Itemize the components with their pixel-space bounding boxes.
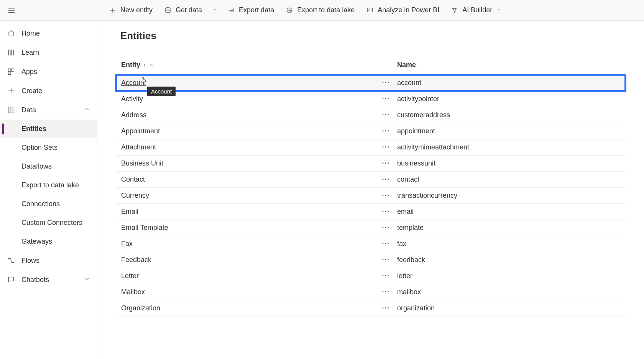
sidebar-item-gateways[interactable]: Gateways xyxy=(0,232,97,251)
row-more-button[interactable]: ··· xyxy=(376,143,396,151)
sidebar-item-create[interactable]: Create xyxy=(0,81,97,100)
sidebar-item-export-data-lake[interactable]: Export to data lake xyxy=(0,176,97,195)
sidebar-item-connections[interactable]: Connections xyxy=(0,195,97,213)
chevron-down-icon xyxy=(496,6,501,14)
sidebar-item-home[interactable]: Home xyxy=(0,24,97,43)
entity-link[interactable]: Email Template xyxy=(121,224,168,232)
table-row[interactable]: Feedback···feedback xyxy=(116,252,626,268)
get-data-dropdown[interactable] xyxy=(208,4,221,16)
row-more-button[interactable]: ··· xyxy=(376,288,396,296)
entity-link[interactable]: Address xyxy=(121,111,146,119)
entity-link[interactable]: Letter xyxy=(121,272,139,280)
entity-name-cell: activitymimeattachment xyxy=(396,143,626,151)
table-row[interactable]: Fax···fax xyxy=(116,236,626,252)
table-row[interactable]: Organization···organization xyxy=(116,300,626,316)
sidebar-item-flows[interactable]: Flows xyxy=(0,251,97,270)
entity-link[interactable]: Business Unit xyxy=(121,159,163,167)
entity-name-cell: fax xyxy=(396,240,626,248)
export-data-lake-button[interactable]: Export to data lake xyxy=(280,4,360,16)
entity-link[interactable]: Currency xyxy=(121,192,149,200)
row-more-button[interactable]: ··· xyxy=(376,127,396,135)
column-header-label: Name xyxy=(397,61,416,69)
row-more-button[interactable]: ··· xyxy=(376,111,396,119)
ai-builder-button[interactable]: AI Builder xyxy=(445,4,507,16)
row-more-button[interactable]: ··· xyxy=(376,272,396,280)
sidebar-item-custom-connectors[interactable]: Custom Connectors xyxy=(0,213,97,232)
sort-ascending-icon: ↑ xyxy=(143,62,146,68)
entity-link[interactable]: Attachment xyxy=(121,143,156,151)
column-header-name[interactable]: Name xyxy=(396,61,626,69)
hamburger-button[interactable] xyxy=(5,3,18,17)
column-header-entity[interactable]: Entity ↑ xyxy=(116,61,376,69)
chevron-down-icon xyxy=(149,62,154,68)
table-row[interactable]: Address···customeraddress xyxy=(116,107,626,123)
new-entity-button[interactable]: New entity xyxy=(104,4,158,16)
table-row[interactable]: Attachment···activitymimeattachment xyxy=(116,139,626,156)
svg-rect-18 xyxy=(8,69,11,72)
table-row[interactable]: Letter···letter xyxy=(116,268,626,284)
row-more-button[interactable]: ··· xyxy=(376,192,396,200)
sidebar-item-chatbots[interactable]: Chatbots xyxy=(0,270,97,289)
table-row[interactable]: Contact···contact xyxy=(116,172,626,188)
sidebar-item-label: Entities xyxy=(21,125,46,133)
apps-icon xyxy=(7,67,15,76)
plus-icon xyxy=(7,87,15,95)
sidebar-item-option-sets[interactable]: Option Sets xyxy=(0,138,97,157)
grid-icon xyxy=(7,106,15,114)
entity-name-cell: mailbox xyxy=(396,288,626,296)
ai-builder-icon xyxy=(451,7,458,14)
row-more-button[interactable]: ··· xyxy=(376,159,396,167)
sidebar-item-label: Custom Connectors xyxy=(21,219,82,227)
sidebar-item-apps[interactable]: Apps xyxy=(0,62,97,81)
sidebar-data-subnav: Entities Option Sets Dataflows Export to… xyxy=(0,120,97,251)
svg-rect-20 xyxy=(8,72,11,75)
table-row[interactable]: Currency···transactioncurrency xyxy=(116,188,626,204)
row-more-button[interactable]: ··· xyxy=(376,175,396,184)
svg-point-14 xyxy=(452,8,453,9)
sidebar-item-data[interactable]: Data xyxy=(0,100,97,120)
entity-link[interactable]: Organization xyxy=(121,304,160,312)
table-row[interactable]: Email Template···template xyxy=(116,220,626,236)
row-more-button[interactable]: ··· xyxy=(376,256,396,264)
svg-point-16 xyxy=(454,11,455,13)
sidebar-item-entities[interactable]: Entities xyxy=(0,120,97,138)
table-row[interactable]: Account···account xyxy=(116,75,626,91)
table-row[interactable]: Business Unit···businessunit xyxy=(116,156,626,172)
table-row[interactable]: Activity···activitypointer xyxy=(116,91,626,107)
sidebar-item-label: Chatbots xyxy=(21,276,49,284)
entity-name-cell: appointment xyxy=(396,127,626,135)
entity-link[interactable]: Email xyxy=(121,208,138,216)
sidebar-item-dataflows[interactable]: Dataflows xyxy=(0,157,97,176)
plus-icon xyxy=(109,7,117,14)
entity-link[interactable]: Contact xyxy=(121,175,145,184)
table-row[interactable]: Mailbox···mailbox xyxy=(116,284,626,300)
entity-name-cell: contact xyxy=(396,175,626,184)
entity-link[interactable]: Activity xyxy=(121,95,143,103)
entity-link[interactable]: Account xyxy=(121,79,146,87)
sidebar-item-label: Dataflows xyxy=(21,162,52,170)
get-data-button[interactable]: Get data xyxy=(159,4,207,16)
table-row[interactable]: Email···email xyxy=(116,204,626,220)
entity-name-cell: customeraddress xyxy=(396,111,626,119)
row-more-button[interactable]: ··· xyxy=(376,95,396,103)
entity-link[interactable]: Feedback xyxy=(121,256,151,264)
entity-link[interactable]: Appointment xyxy=(121,127,160,135)
row-more-button[interactable]: ··· xyxy=(376,224,396,232)
entity-link[interactable]: Mailbox xyxy=(121,288,145,296)
entity-link[interactable]: Fax xyxy=(121,240,133,248)
row-more-button[interactable]: ··· xyxy=(376,79,396,87)
chart-icon xyxy=(366,7,374,14)
row-more-button[interactable]: ··· xyxy=(376,240,396,248)
export-data-button[interactable]: Export data xyxy=(222,4,279,16)
row-more-button[interactable]: ··· xyxy=(376,304,396,312)
table-row[interactable]: Appointment···appointment xyxy=(116,123,626,139)
sidebar-item-label: Export to data lake xyxy=(21,181,79,189)
svg-point-5 xyxy=(166,7,170,9)
grid-header: Entity ↑ Name xyxy=(116,57,626,75)
analyze-powerbi-label: Analyze in Power BI xyxy=(378,6,439,14)
analyze-powerbi-button[interactable]: Analyze in Power BI xyxy=(361,4,445,16)
row-more-button[interactable]: ··· xyxy=(376,208,396,216)
sidebar-item-label: Home xyxy=(21,30,40,38)
sidebar-item-label: Learn xyxy=(21,49,39,57)
sidebar-item-learn[interactable]: Learn xyxy=(0,43,97,62)
